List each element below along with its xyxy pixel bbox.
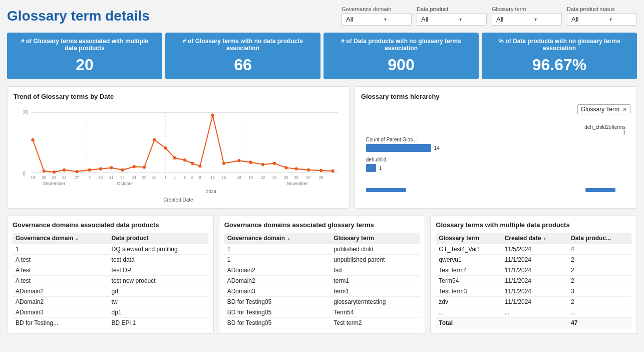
table3-col1-header[interactable]: Glossary term: [436, 233, 501, 244]
filter-select-0[interactable]: All ▾: [342, 13, 412, 26]
table2-cell-2-0: ADomain2: [224, 265, 331, 276]
tables-row: Governance domains associated data produ…: [7, 216, 637, 334]
table1: Governance domain ▲ Data product 1DQ ste…: [13, 233, 208, 328]
svg-point-22: [153, 138, 156, 142]
table-row: ADomain2gd: [13, 286, 208, 297]
svg-text:26: 26: [294, 175, 298, 180]
svg-text:29: 29: [142, 175, 146, 180]
hierarchy-chart-panel: Glossary terms hierarchy Glossary Term ✕…: [355, 86, 637, 209]
table2-title: Governance domains associated glossary t…: [224, 221, 420, 229]
table2-cell-6-0: BD for Testing05: [224, 307, 331, 318]
kpi-label-3: % of Data products with no glossary term…: [489, 38, 630, 52]
filter-label-1: Data product: [417, 6, 487, 12]
table2-cell-1-1: unpublished parent: [331, 255, 420, 265]
table3-cell-2-0: Test term4: [436, 265, 501, 276]
svg-text:11: 11: [109, 175, 113, 180]
svg-text:20: 20: [42, 175, 47, 180]
bar-label-1: Count of Parent Glos...: [366, 137, 625, 142]
table3-cell-5-0: zdv: [436, 297, 501, 307]
table-row: Test term311/1/20243: [436, 286, 631, 297]
table-row: BD for Testing05Term54: [224, 307, 420, 318]
svg-point-32: [261, 163, 264, 166]
svg-text:8: 8: [199, 175, 201, 180]
table3-cell-1-1: 11/1/2024: [502, 255, 568, 265]
table1-col1-header[interactable]: Governance domain ▲: [13, 233, 109, 244]
kpi-value-3: 96.67%: [532, 56, 587, 74]
filter-label-2: Glossary term: [492, 6, 562, 12]
table-row: BD for Testing05Test term2: [224, 318, 420, 328]
filter-select-3[interactable]: All ▾: [567, 13, 637, 26]
svg-text:5: 5: [184, 175, 186, 180]
svg-point-27: [198, 164, 201, 168]
table3: Glossary term Created date ▼ Data produc…: [436, 233, 631, 328]
table2-col1-header[interactable]: Governance domain ▲: [224, 233, 331, 244]
table2-cell-5-0: BD for Testing05: [224, 297, 331, 307]
table3-wrapper: Glossary term Created date ▼ Data produc…: [436, 233, 631, 328]
table1-title: Governance domains associated data produ…: [13, 221, 208, 229]
line-chart-title: Trend of Glossary terms by Date: [14, 93, 343, 100]
table-row: ADomain3term1: [224, 286, 420, 297]
svg-point-25: [183, 158, 186, 162]
svg-text:23: 23: [52, 175, 57, 180]
table3-col3-header[interactable]: Data produc...: [568, 233, 631, 244]
svg-text:27: 27: [306, 175, 310, 180]
table2-cell-6-1: Term54: [331, 307, 420, 318]
svg-text:22: 22: [120, 175, 124, 180]
table3-cell-6-2: ...: [568, 307, 631, 318]
table1-cell-7-1: BD EPi 1: [109, 318, 208, 328]
kpi-card-0: # of Glossary terms associated with mult…: [7, 33, 162, 79]
sort-icon-2: ▲: [286, 237, 290, 241]
svg-point-23: [164, 146, 167, 150]
svg-point-13: [53, 170, 56, 174]
table3-cell-6-0: ...: [436, 307, 501, 318]
filter-group-2: Glossary term All ▾: [492, 6, 562, 26]
kpi-row: # of Glossary terms associated with mult…: [7, 33, 637, 79]
svg-point-24: [173, 156, 176, 160]
table1-cell-1-0: A test: [13, 255, 109, 265]
svg-text:25: 25: [284, 175, 288, 180]
bar-1: [366, 144, 431, 152]
table-row: A testtest data: [13, 255, 208, 265]
table2-cell-7-1: Test term2: [331, 318, 420, 328]
filters-bar: Governance domain All ▾ Data product All…: [342, 6, 637, 26]
sort-icon-3: ▼: [543, 237, 547, 241]
filter-group-3: Data product status All ▾: [567, 6, 637, 26]
table2: Governance domain ▲ Glossary term 1publi…: [224, 233, 420, 328]
svg-text:2024: 2024: [206, 188, 216, 194]
x-axis-label: Created Date: [14, 197, 343, 203]
filter-label-3: Data product status: [567, 6, 637, 12]
table1-cell-0-1: DQ steward and profiling: [109, 244, 208, 255]
svg-point-28: [211, 114, 214, 117]
chevron-down-icon: ▾: [384, 17, 407, 22]
close-icon[interactable]: ✕: [622, 106, 627, 113]
filter-tag-label: Glossary Term: [581, 106, 619, 113]
svg-text:4: 4: [174, 175, 176, 180]
table1-col2-header[interactable]: Data product: [109, 233, 208, 244]
svg-text:September: September: [43, 181, 65, 186]
table3-col2-header[interactable]: Created date ▼: [502, 233, 568, 244]
svg-point-38: [332, 169, 335, 173]
table3-total-2: 47: [568, 318, 631, 328]
total-row: Total47: [436, 318, 631, 328]
table2-cell-5-1: glossarytermtesting: [331, 297, 420, 307]
table1-cell-5-1: tw: [109, 297, 208, 307]
filter-select-1[interactable]: All ▾: [417, 13, 487, 26]
svg-point-33: [273, 162, 276, 165]
table2-cell-4-1: term1: [331, 286, 420, 297]
kpi-label-1: # of Glossary terms with no data product…: [172, 38, 313, 52]
table3-cell-0-1: 11/5/2024: [502, 244, 568, 255]
bar-2: [366, 164, 376, 172]
filter-select-2[interactable]: All ▾: [492, 13, 562, 26]
hierarchy-filter-tag[interactable]: Glossary Term ✕: [577, 104, 630, 114]
svg-point-19: [121, 168, 124, 172]
table-row: BD for Testing05glossarytermtesting: [224, 297, 420, 307]
table2-col2-header[interactable]: Glossary term: [331, 233, 420, 244]
table3-cell-4-0: Test term3: [436, 286, 501, 297]
table3-title: Glossary terms with multiple data produc…: [436, 221, 631, 229]
table-row: GT_Test4_Var111/5/20244: [436, 244, 631, 255]
svg-text:19: 19: [31, 175, 35, 180]
svg-point-36: [307, 168, 310, 172]
svg-point-20: [133, 165, 136, 168]
table2-wrapper: Governance domain ▲ Glossary term 1publi…: [224, 233, 420, 328]
table1-cell-2-0: A test: [13, 265, 109, 276]
